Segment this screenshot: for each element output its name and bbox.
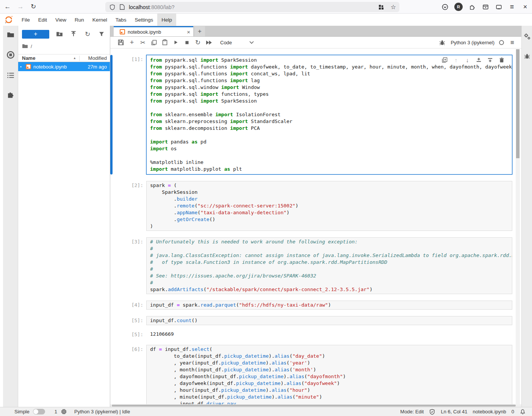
kernel-status-icon[interactable]: [499, 40, 504, 45]
cell-editor[interactable]: input_df = spark.read.parquet("hdfs://hd…: [146, 301, 512, 310]
code-cell[interactable]: [2]:spark = ( SparkSession .builder .rem…: [120, 181, 512, 231]
new-folder-icon[interactable]: [56, 30, 63, 38]
property-inspector-gears-icon[interactable]: [522, 29, 532, 44]
vertical-scrollbar-thumb[interactable]: [516, 49, 519, 158]
upload-icon[interactable]: [70, 30, 77, 38]
delete-cell-trash-icon[interactable]: [498, 57, 505, 63]
forward-icon[interactable]: →: [15, 2, 26, 12]
copy-cells-icon[interactable]: [150, 39, 158, 46]
profile-avatar[interactable]: R: [454, 3, 463, 11]
menu-kernel[interactable]: Kernel: [88, 14, 111, 26]
window-close-icon[interactable]: ×: [521, 3, 529, 11]
status-filename[interactable]: notebook.ipynb: [473, 409, 506, 414]
horizontal-scrollbar[interactable]: [110, 404, 521, 407]
insert-cell-above-icon[interactable]: [476, 57, 482, 63]
notebook-content[interactable]: [1]:from pyspark.sql import SparkSession…: [110, 48, 521, 407]
refresh-icon[interactable]: ↻: [84, 30, 91, 38]
filter-icon[interactable]: [98, 30, 105, 38]
bookmark-star-icon[interactable]: ☆: [390, 3, 397, 11]
interrupt-kernel-icon[interactable]: [183, 39, 191, 46]
reload-icon[interactable]: ↻: [28, 2, 39, 12]
save-icon[interactable]: [117, 39, 125, 46]
menu-hamburger-icon[interactable]: ≡: [508, 3, 516, 11]
notification-count[interactable]: 0: [512, 409, 514, 414]
toolbar-menu-hamburger-icon[interactable]: ≡: [509, 39, 516, 47]
duplicate-cell-icon[interactable]: [441, 57, 448, 63]
address-bar[interactable]: localhost:8080/lab? ☆: [105, 2, 399, 12]
new-tab-button[interactable]: +: [194, 26, 205, 36]
shield-icon[interactable]: [108, 3, 116, 11]
menu-settings[interactable]: Settings: [130, 14, 157, 26]
cell-editor[interactable]: input_df.count(): [146, 316, 512, 325]
tab-notebook[interactable]: notebook.ipynb ×: [114, 26, 193, 36]
notebook-toolbar: + ✂ ↻ Code: [110, 37, 521, 48]
menu-run[interactable]: Run: [70, 14, 88, 26]
dock-tab-bar: notebook.ipynb × +: [110, 26, 521, 37]
kernel-chip-icon[interactable]: [61, 408, 67, 415]
notebook-panel: notebook.ipynb × + + ✂: [110, 26, 521, 407]
pocket-icon[interactable]: [441, 3, 449, 11]
restart-kernel-icon[interactable]: ↻: [194, 39, 202, 46]
column-header-name[interactable]: Name: [22, 55, 73, 61]
running-kernels-icon[interactable]: [3, 47, 18, 62]
code-cell[interactable]: [5]:input_df.count(): [120, 316, 512, 325]
menu-tabs[interactable]: Tabs: [111, 14, 131, 26]
cell-editor[interactable]: df = input_df.select( to_date(input_df.p…: [146, 345, 512, 407]
output-area[interactable]: [5]:12106669: [120, 330, 512, 338]
sort-ascending-icon[interactable]: ▲: [73, 56, 76, 60]
horizontal-scrollbar-thumb[interactable]: [112, 405, 516, 407]
back-icon[interactable]: ←: [2, 2, 13, 12]
code-cell[interactable]: [1]:from pyspark.sql import SparkSession…: [120, 55, 512, 175]
move-cell-down-icon[interactable]: ↓: [464, 57, 471, 63]
extension-manager-puzzle-icon[interactable]: [3, 87, 18, 103]
window-icon[interactable]: [495, 3, 502, 11]
add-cell-icon[interactable]: +: [128, 39, 136, 46]
kernel-status-text[interactable]: Python 3 (ipykernel) | Idle: [74, 409, 130, 414]
column-header-modified[interactable]: Modified: [80, 55, 107, 61]
restart-run-all-icon[interactable]: [205, 39, 213, 46]
bell-icon[interactable]: [519, 408, 526, 415]
execution-prompt: [5]:: [120, 316, 146, 325]
insert-cell-below-icon[interactable]: [487, 57, 493, 63]
debugger-sidebar-bug-icon[interactable]: [522, 49, 532, 64]
grid-icon[interactable]: [377, 3, 385, 11]
trusted-shield-icon[interactable]: [429, 408, 435, 415]
chevron-down-icon: [249, 41, 254, 44]
new-launcher-button[interactable]: +: [22, 30, 49, 39]
cell-editor[interactable]: spark = ( SparkSession .builder .remote(…: [146, 181, 512, 231]
kernel-count[interactable]: 1: [55, 409, 57, 414]
archive-icon[interactable]: [482, 3, 489, 11]
code-cell[interactable]: [4]:input_df = spark.read.parquet("hdfs:…: [120, 301, 512, 310]
file-row[interactable]: •notebook.ipynb27m ago: [18, 62, 110, 71]
cell-collapser[interactable]: [110, 55, 113, 175]
kernel-name[interactable]: Python 3 (ipykernel): [451, 40, 494, 45]
code-cell[interactable]: [3]:# Unfortunately this is needed to wo…: [120, 237, 512, 294]
menu-help[interactable]: Help: [157, 14, 176, 26]
breadcrumb[interactable]: /: [22, 42, 32, 50]
extensions-puzzle-icon[interactable]: [468, 3, 476, 11]
code-cell[interactable]: [6]:df = input_df.select( to_date(input_…: [120, 345, 512, 407]
tab-title: notebook.ipynb: [128, 29, 187, 35]
run-cell-icon[interactable]: [172, 39, 180, 46]
vertical-scrollbar[interactable]: [516, 49, 520, 405]
mode-indicator[interactable]: Mode: Edit: [400, 409, 424, 414]
cell-editor[interactable]: from pyspark.sql import SparkSessionfrom…: [146, 55, 512, 175]
tab-close-icon[interactable]: ×: [187, 29, 190, 35]
url-text[interactable]: localhost:8080/lab?: [129, 4, 175, 10]
cursor-position[interactable]: Ln 6, Col 41: [441, 409, 467, 414]
table-of-contents-icon[interactable]: [3, 68, 18, 83]
menu-view[interactable]: View: [51, 14, 70, 26]
cell-type-dropdown[interactable]: Code: [220, 40, 254, 45]
paste-cells-icon[interactable]: [161, 39, 169, 46]
breadcrumb-root[interactable]: /: [31, 44, 32, 49]
simple-mode-toggle[interactable]: [33, 409, 45, 414]
cell-type-value: Code: [220, 40, 232, 45]
cell-editor[interactable]: # Unfortunately this is needed to work a…: [146, 237, 512, 294]
cut-cells-icon[interactable]: ✂: [139, 39, 147, 46]
browser-toolbar: ← → ↻ localhost:8080/lab? ☆ R: [0, 0, 532, 14]
file-browser-tab-folder-icon[interactable]: [3, 27, 18, 42]
debugger-bug-icon[interactable]: [438, 39, 446, 47]
move-cell-up-icon[interactable]: ↑: [453, 57, 459, 63]
menu-edit[interactable]: Edit: [34, 14, 51, 26]
menu-file[interactable]: File: [17, 14, 34, 26]
